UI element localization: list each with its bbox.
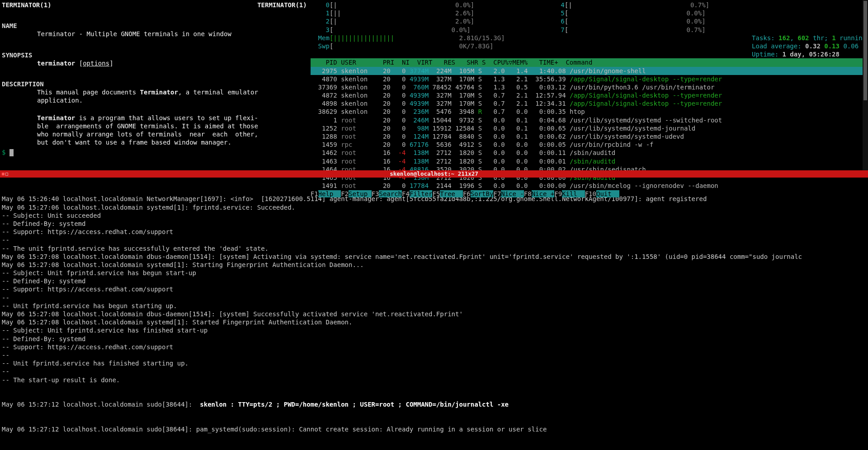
- scrollbar-thumb[interactable]: [863, 1, 867, 100]
- man-section-synopsis: SYNOPSIS: [2, 51, 307, 59]
- log-line: -- Defined-By: systemd: [2, 335, 866, 343]
- man-name-line: Terminator - Multiple GNOME terminals in…: [2, 30, 307, 38]
- process-row[interactable]: 4870 skenlon 20 0 4939M 327M 170M S 1.3 …: [311, 75, 866, 83]
- cursor-icon: [9, 149, 14, 156]
- fkey-F4[interactable]: F4: [402, 190, 410, 197]
- htop-pane[interactable]: 0[| 0.0%] 1[|| 2.6%] 2[| 2.0%] 3[ 0.0%] …: [309, 0, 868, 170]
- loadavg-info: Load average: 0.32 0.13 0.06: [752, 42, 866, 50]
- process-row[interactable]: 4898 skenlon 20 0 4939M 327M 170M S 0.7 …: [311, 99, 866, 108]
- process-row[interactable]: 1462 root 16 -4 138M 2712 1820 S 0.0 0.0…: [311, 149, 866, 157]
- fkey-F8[interactable]: F8: [524, 190, 532, 197]
- log-line: -- Subject: Unit fprintd.service has beg…: [2, 269, 866, 277]
- process-row[interactable]: 1459 rpc 20 0 67176 5636 4912 S 0.0 0.0 …: [311, 141, 866, 149]
- journal-pane[interactable]: May 06 15:26:40 localhost.localdomain Ne…: [0, 178, 868, 450]
- man-section-name: NAME: [2, 22, 307, 30]
- titlebar-text: skenlon@localhost:~ 211x27: [0, 170, 868, 178]
- man-desc2: Terminator is a program that allows user…: [2, 114, 307, 147]
- fkey-F10[interactable]: F10: [585, 190, 596, 197]
- log-line: -- The unit fprintd.service has successf…: [2, 244, 866, 253]
- log-line: --: [2, 236, 866, 244]
- man-section-description: DESCRIPTION: [2, 80, 307, 88]
- man-desc1: This manual page documents Terminator, a…: [2, 88, 307, 104]
- log-line: May 06 15:27:08 localhost.localdomain sy…: [2, 318, 866, 326]
- log-line: --: [2, 294, 866, 302]
- log-line: -- Subject: Unit succeeded: [2, 211, 866, 220]
- log-line: -- The start-up result is done.: [2, 376, 866, 384]
- fkey-F3[interactable]: F3: [372, 190, 379, 197]
- log-line: -- Support: https://access.redhat.com/su…: [2, 285, 866, 293]
- uptime-info: Uptime: 1 day, 05:26:28: [752, 50, 866, 58]
- log-line: -- Subject: Unit fprintd.service has fin…: [2, 326, 866, 334]
- cpu-meter: 4[| 0.7%]: [546, 1, 709, 9]
- cpu-meter: 1[|| 2.6%]: [311, 9, 505, 17]
- cpu-meter: 7[ 0.7%]: [546, 26, 709, 34]
- log-line: May 06 15:27:08 localhost.localdomain db…: [2, 310, 866, 318]
- log-line: -- Defined-By: systemd: [2, 277, 866, 285]
- tasks-info: Tasks: 162, 602 thr; 1 running: [752, 34, 866, 42]
- cpu-meter: 5[ 0.0%]: [546, 9, 709, 17]
- fkey-F7[interactable]: F7: [493, 190, 501, 197]
- log-line: -- Support: https://access.redhat.com/su…: [2, 228, 866, 236]
- fkey-F2[interactable]: F2: [341, 190, 349, 197]
- cpu-meter: 6[ 0.0%]: [546, 17, 709, 25]
- shell-prompt[interactable]: $: [2, 148, 307, 156]
- log-line: May 06 15:27:08 localhost.localdomain sy…: [2, 261, 866, 269]
- cpu-meter: 3[ 0.0%]: [311, 26, 505, 34]
- htop-header-row[interactable]: PID USER PRI NI VIRT RES SHR S CPU%▽MEM%…: [311, 58, 866, 66]
- terminal-titlebar[interactable]: ■ □ skenlon@localhost:~ 211x27: [0, 170, 868, 178]
- man-header-right: TERMINATOR(1): [257, 1, 307, 9]
- fkey-F9[interactable]: F9: [554, 190, 562, 197]
- man-header-left: TERMINATOR(1): [2, 1, 52, 9]
- fkey-F5[interactable]: F5: [432, 190, 440, 197]
- process-row[interactable]: 2975 skenlon 20 0 3774M 224M 105M S 2.0 …: [311, 67, 866, 75]
- process-row[interactable]: 4872 skenlon 20 0 4939M 327M 170M S 0.7 …: [311, 91, 866, 99]
- fkey-F1[interactable]: F1: [311, 190, 318, 197]
- log-line: May 06 15:27:12 localhost.localdomain su…: [2, 425, 866, 433]
- cpu-meter: 0[| 0.0%]: [311, 1, 505, 9]
- process-row[interactable]: 1 root 20 0 246M 15044 9732 S 0.0 0.1 0:…: [311, 116, 866, 124]
- process-row[interactable]: 38629 skenlon 20 0 236M 5476 3948 R 0.7 …: [311, 108, 866, 116]
- scrollbar[interactable]: [863, 0, 868, 170]
- log-line: --: [2, 351, 866, 359]
- log-line: -- Support: https://access.redhat.com/su…: [2, 343, 866, 351]
- log-line: --: [2, 367, 866, 375]
- process-row[interactable]: 37369 skenlon 20 0 760M 78452 45764 S 1.…: [311, 83, 866, 91]
- log-line: May 06 15:27:06 localhost.localdomain sy…: [2, 203, 866, 211]
- process-row[interactable]: 1491 root 20 0 17784 2144 1996 S 0.0 0.0…: [311, 182, 866, 190]
- htop-fkey-bar[interactable]: F1Help F2Setup F3SearchF4FilterF5Tree F6…: [311, 190, 866, 198]
- process-row[interactable]: 1288 root 20 0 124M 12784 8840 S 0.0 0.1…: [311, 132, 866, 141]
- swap-meter: Swp[ 0K/7.83G]: [311, 42, 505, 50]
- log-line: -- Unit fprintd.service has begun starti…: [2, 302, 866, 310]
- mem-meter: Mem[|||||||||||||||| 2.81G/15.3G]: [311, 34, 505, 42]
- log-line: May 06 15:27:12 localhost.localdomain su…: [2, 400, 866, 408]
- cpu-meter: 2[| 2.0%]: [311, 17, 505, 25]
- process-row[interactable]: 1252 root 20 0 98M 15912 12584 S 0.0 0.1…: [311, 124, 866, 132]
- fkey-F6[interactable]: F6: [463, 190, 471, 197]
- log-line: May 06 15:27:08 localhost.localdomain db…: [2, 253, 866, 261]
- man-page-pane[interactable]: TERMINATOR(1) TERMINATOR(1) NAME Termina…: [0, 0, 309, 170]
- process-row[interactable]: 1463 root 16 -4 138M 2712 1820 S 0.0 0.0…: [311, 157, 866, 165]
- man-synopsis: terminator [options]: [2, 59, 307, 67]
- log-line: -- Defined-By: systemd: [2, 220, 866, 228]
- log-line: -- Unit fprintd.service has finished sta…: [2, 359, 866, 367]
